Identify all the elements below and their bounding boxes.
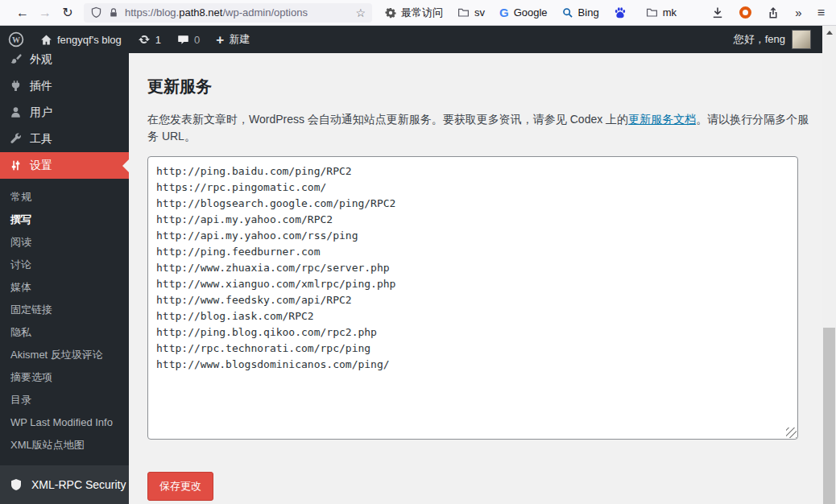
browser-toolbar: ← → ↻ https://blog.path8.net/wp-admin/op… <box>0 0 836 26</box>
folder-icon <box>457 6 470 19</box>
back-icon[interactable]: ← <box>11 6 34 20</box>
sidebar-item-tools[interactable]: 工具 <box>0 126 129 152</box>
bookmark-baidu[interactable] <box>614 6 631 19</box>
bookmark-folder-mk[interactable]: mk <box>646 6 677 19</box>
home-icon <box>40 34 52 46</box>
lock-icon[interactable] <box>108 7 119 19</box>
submenu-reading[interactable]: 阅读 <box>0 231 129 254</box>
resize-grip[interactable] <box>786 428 797 438</box>
bookmarks-bar: 最常访问 sv G Google Bing <box>385 6 677 20</box>
submenu-privacy[interactable]: 隐私 <box>0 321 129 344</box>
wrench-icon <box>10 133 22 145</box>
svg-text:W: W <box>12 35 20 44</box>
settings-submenu: 常规 撰写 阅读 讨论 媒体 固定链接 隐私 Akismet 反垃圾评论 摘要选… <box>0 179 129 456</box>
submenu-general[interactable]: 常规 <box>0 186 129 209</box>
bookmark-bing[interactable]: Bing <box>562 6 599 19</box>
submenu-excerpt-options[interactable]: 摘要选项 <box>0 366 129 389</box>
download-icon[interactable] <box>711 6 724 19</box>
submenu-wp-last-modified-info[interactable]: WP Last Modified Info <box>0 411 129 434</box>
shield-icon <box>10 478 23 491</box>
submenu-writing[interactable]: 撰写 <box>0 209 129 231</box>
scrollbar-thumb[interactable] <box>823 328 835 504</box>
updates-button[interactable]: 1 <box>130 26 169 53</box>
plus-icon: + <box>216 33 224 47</box>
main-content: 更新服务 在您发表新文章时，WordPress 会自动通知站点更新服务。要获取更… <box>129 53 822 504</box>
tracking-shield-icon[interactable] <box>90 6 102 19</box>
settings-sliders-icon <box>10 159 22 171</box>
wp-admin-bar: W fengyqf's blog 1 0 + 新建 您好，feng <box>0 26 822 53</box>
google-logo-icon: G <box>499 6 509 19</box>
url-text[interactable]: https://blog.path8.net/wp-admin/options <box>125 6 350 19</box>
wordpress-logo-icon: W <box>8 31 24 48</box>
page-title: 更新服务 <box>147 76 822 97</box>
bookmark-star-icon[interactable]: ☆ <box>355 6 366 19</box>
submenu-xml-sitemap[interactable]: XML版站点地图 <box>0 434 129 456</box>
page-scrollbar[interactable] <box>822 26 836 504</box>
toolbar-right-cluster: » ≡ <box>711 6 828 20</box>
sidebar-item-xmlrpc-security[interactable]: XML-RPC Security <box>0 465 129 504</box>
my-account-button[interactable]: 您好，feng <box>734 30 822 49</box>
up-triangle-icon <box>826 31 833 35</box>
reload-icon[interactable]: ↻ <box>56 5 79 20</box>
user-icon <box>10 106 22 118</box>
gear-icon <box>385 7 396 19</box>
extension-orange-icon[interactable] <box>739 6 751 19</box>
submenu-akismet[interactable]: Akismet 反垃圾评论 <box>0 344 129 366</box>
wp-logo-button[interactable]: W <box>0 26 32 53</box>
comments-button[interactable]: 0 <box>169 26 208 53</box>
update-services-doc-link[interactable]: 更新服务文档 <box>628 113 696 126</box>
update-arrows-icon <box>138 33 151 46</box>
sidebar-item-users[interactable]: 用户 <box>0 99 129 126</box>
bookmark-most-visited[interactable]: 最常访问 <box>385 6 443 20</box>
bookmark-folder-sv[interactable]: sv <box>457 6 485 19</box>
bookmark-google[interactable]: G Google <box>499 6 548 19</box>
folder-icon <box>646 6 658 19</box>
submenu-permalinks[interactable]: 固定链接 <box>0 299 129 321</box>
forward-icon[interactable]: → <box>34 6 56 20</box>
share-icon[interactable] <box>767 6 780 19</box>
comment-bubble-icon <box>177 34 189 46</box>
bing-search-icon <box>562 7 573 19</box>
site-name-link[interactable]: fengyqf's blog <box>32 26 130 53</box>
sidebar-item-plugins[interactable]: 插件 <box>0 72 129 99</box>
greeting-text: 您好，feng <box>734 32 785 47</box>
brush-icon <box>10 53 22 65</box>
ping-services-textarea[interactable] <box>147 156 798 440</box>
baidu-paw-icon <box>614 6 627 19</box>
admin-sidebar: 外观 插件 用户 工具 设置 常规 撰写 阅读 讨论 媒体 固定链接 隐私 Ak… <box>0 53 129 504</box>
submenu-toc[interactable]: 目录 <box>0 389 129 411</box>
new-content-button[interactable]: + 新建 <box>208 26 258 53</box>
avatar <box>792 30 811 49</box>
sidebar-item-appearance[interactable]: 外观 <box>0 53 129 72</box>
submenu-discussion[interactable]: 讨论 <box>0 254 129 276</box>
plugin-icon <box>10 80 22 92</box>
description-text: 在您发表新文章时，WordPress 会自动通知站点更新服务。要获取更多资讯，请… <box>147 111 814 145</box>
overflow-chevron-icon[interactable]: » <box>795 6 801 19</box>
sidebar-item-settings[interactable]: 设置 <box>0 152 129 179</box>
scrollbar-up-arrow[interactable] <box>822 26 836 39</box>
save-changes-button[interactable]: 保存更改 <box>147 472 213 501</box>
url-bar[interactable]: https://blog.path8.net/wp-admin/options … <box>84 3 372 23</box>
ping-services-field-wrap <box>147 156 798 440</box>
menu-icon[interactable]: ≡ <box>817 6 825 20</box>
submenu-media[interactable]: 媒体 <box>0 276 129 299</box>
